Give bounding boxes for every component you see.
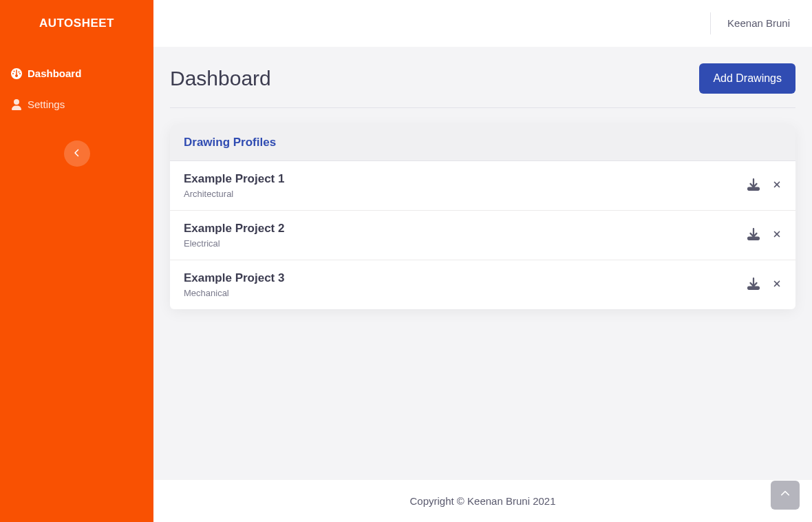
item-info: Example Project 3 Mechanical — [184, 271, 284, 298]
chevron-up-icon — [780, 489, 790, 501]
page-title: Dashboard — [170, 67, 271, 90]
scroll-to-top-button[interactable] — [771, 481, 800, 510]
topbar: Keenan Bruni — [153, 0, 812, 47]
sidebar-item-dashboard[interactable]: Dashboard — [0, 58, 153, 89]
brand-logo[interactable]: AUTOSHEET — [0, 17, 153, 51]
download-icon — [747, 278, 760, 293]
list-item[interactable]: Example Project 3 Mechanical — [170, 260, 795, 309]
copyright-text: Copyright © Keenan Bruni 2021 — [409, 495, 555, 507]
delete-button[interactable] — [772, 229, 782, 242]
sidebar: AUTOSHEET Dashboard Settings — [0, 0, 153, 522]
sidebar-item-label: Dashboard — [28, 67, 81, 79]
item-subtype: Electrical — [184, 238, 284, 249]
delete-button[interactable] — [772, 180, 782, 192]
item-info: Example Project 2 Electrical — [184, 222, 284, 249]
download-button[interactable] — [747, 228, 760, 243]
sidebar-nav: Dashboard Settings — [0, 51, 153, 127]
footer: Copyright © Keenan Bruni 2021 — [153, 480, 812, 522]
item-subtype: Architectural — [184, 189, 284, 199]
item-name: Example Project 1 — [184, 172, 284, 186]
item-actions — [747, 278, 782, 293]
close-icon — [772, 279, 782, 291]
download-button[interactable] — [747, 278, 760, 293]
chevron-left-icon — [74, 147, 80, 160]
card-title: Drawing Profiles — [184, 136, 782, 149]
close-icon — [772, 180, 782, 192]
card-header: Drawing Profiles — [170, 125, 795, 161]
add-drawings-button[interactable]: Add Drawings — [699, 63, 795, 94]
item-name: Example Project 3 — [184, 271, 284, 285]
item-subtype: Mechanical — [184, 288, 284, 298]
user-menu[interactable]: Keenan Bruni — [710, 12, 790, 34]
drawing-profiles-card: Drawing Profiles Example Project 1 Archi… — [170, 125, 795, 309]
delete-button[interactable] — [772, 279, 782, 291]
download-icon — [747, 228, 760, 243]
sidebar-item-label: Settings — [28, 98, 65, 110]
download-button[interactable] — [747, 178, 760, 194]
item-name: Example Project 2 — [184, 222, 284, 236]
main-area: Keenan Bruni Dashboard Add Drawings Draw… — [153, 0, 812, 522]
sidebar-collapse-button[interactable] — [64, 140, 90, 167]
content: Dashboard Add Drawings Drawing Profiles … — [153, 47, 812, 480]
dashboard-icon — [11, 68, 22, 79]
close-icon — [772, 229, 782, 242]
list-item[interactable]: Example Project 1 Architectural — [170, 161, 795, 211]
user-icon — [11, 99, 22, 110]
item-actions — [747, 228, 782, 243]
item-actions — [747, 178, 782, 194]
page-header: Dashboard Add Drawings — [170, 63, 795, 108]
list-item[interactable]: Example Project 2 Electrical — [170, 211, 795, 260]
item-info: Example Project 1 Architectural — [184, 172, 284, 199]
sidebar-item-settings[interactable]: Settings — [0, 89, 153, 120]
download-icon — [747, 178, 760, 194]
